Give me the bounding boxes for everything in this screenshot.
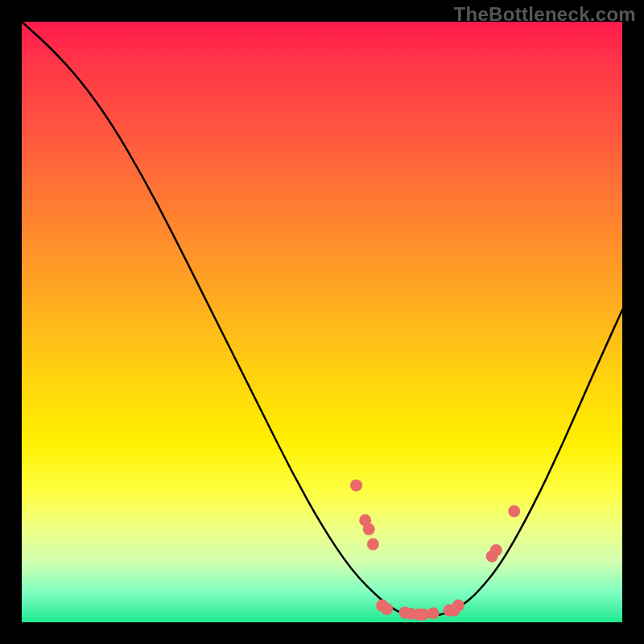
data-marker [452, 600, 464, 612]
watermark-text: TheBottleneck.com [454, 3, 636, 26]
data-marker [417, 609, 429, 621]
data-markers [350, 479, 520, 620]
data-marker [490, 544, 502, 556]
performance-curve [22, 22, 622, 617]
data-marker [427, 607, 440, 619]
bottleneck-chart [22, 22, 622, 622]
data-marker [363, 523, 375, 535]
data-marker [367, 539, 379, 551]
data-marker [508, 505, 520, 517]
data-marker [350, 479, 362, 491]
data-marker [381, 603, 393, 615]
